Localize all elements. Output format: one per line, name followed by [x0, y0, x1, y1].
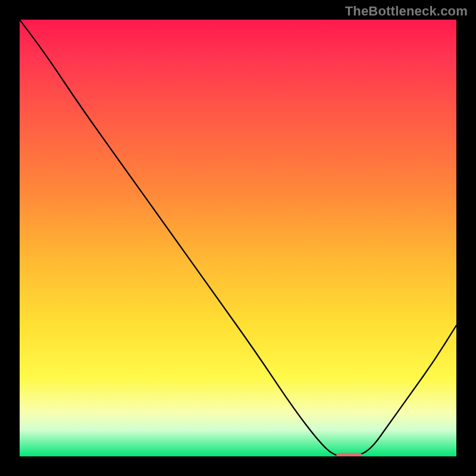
- chart-frame: TheBottleneck.com: [0, 0, 476, 476]
- optimal-marker: [336, 453, 362, 456]
- curve-layer: [20, 20, 456, 456]
- bottleneck-curve: [20, 20, 456, 456]
- watermark-label: TheBottleneck.com: [345, 4, 468, 19]
- plot-area: [20, 20, 456, 456]
